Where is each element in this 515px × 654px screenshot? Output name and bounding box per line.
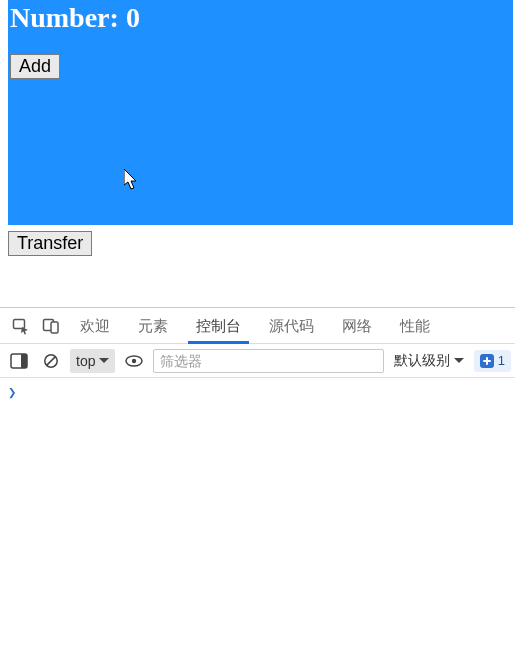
log-level-selector[interactable]: 默认级别 xyxy=(390,349,468,373)
svg-point-9 xyxy=(132,358,136,362)
add-button[interactable]: Add xyxy=(10,54,60,79)
log-level-label: 默认级别 xyxy=(394,352,450,370)
clear-console-icon[interactable] xyxy=(38,348,64,374)
context-selector[interactable]: top xyxy=(70,349,115,373)
tab-performance[interactable]: 性能 xyxy=(386,308,444,344)
context-label: top xyxy=(76,353,95,369)
device-toggle-icon[interactable] xyxy=(36,311,66,341)
svg-rect-5 xyxy=(21,354,27,368)
tab-console[interactable]: 控制台 xyxy=(182,308,255,344)
svg-marker-0 xyxy=(124,169,136,189)
live-expression-icon[interactable] xyxy=(121,348,147,374)
number-label: Number: xyxy=(10,2,126,33)
issues-count: 1 xyxy=(498,353,505,368)
tab-memory-cut[interactable]: 内 xyxy=(444,308,458,344)
tab-sources[interactable]: 源代码 xyxy=(255,308,328,344)
number-heading: Number: 0 xyxy=(8,0,513,34)
tab-elements[interactable]: 元素 xyxy=(124,308,182,344)
svg-rect-11 xyxy=(486,357,488,365)
filter-input[interactable] xyxy=(153,349,383,373)
console-prompt: ❯ xyxy=(8,384,16,400)
component-panel: Number: 0 Add xyxy=(8,0,513,225)
tab-network[interactable]: 网络 xyxy=(328,308,386,344)
console-toolbar: top 默认级别 1 xyxy=(0,344,515,378)
svg-rect-3 xyxy=(51,322,58,333)
chevron-down-icon xyxy=(454,358,464,364)
tab-welcome[interactable]: 欢迎 xyxy=(66,308,124,344)
mouse-cursor-icon xyxy=(124,169,140,191)
devtools-tabbar: 欢迎 元素 控制台 源代码 网络 性能 内 xyxy=(0,308,515,344)
page-content: Number: 0 Add Transfer xyxy=(0,0,515,256)
devtools-panel: 欢迎 元素 控制台 源代码 网络 性能 内 top 默认级别 1 xyxy=(0,307,515,405)
chevron-down-icon xyxy=(99,358,109,364)
svg-rect-1 xyxy=(14,319,25,328)
console-body[interactable]: ❯ xyxy=(0,378,515,405)
number-value: 0 xyxy=(126,2,140,33)
svg-line-7 xyxy=(47,356,56,365)
info-icon xyxy=(480,354,494,368)
inspect-element-icon[interactable] xyxy=(6,311,36,341)
toggle-sidebar-icon[interactable] xyxy=(6,348,32,374)
transfer-button[interactable]: Transfer xyxy=(8,231,92,256)
issues-badge[interactable]: 1 xyxy=(474,350,511,372)
